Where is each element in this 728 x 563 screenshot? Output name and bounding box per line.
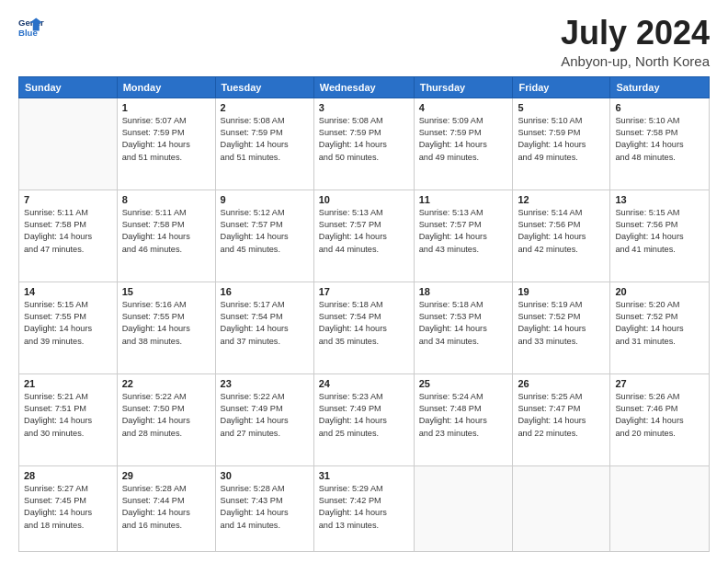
calendar-cell: 1Sunrise: 5:07 AM Sunset: 7:59 PM Daylig… (117, 98, 215, 190)
calendar-cell: 31Sunrise: 5:29 AM Sunset: 7:42 PM Dayli… (313, 465, 414, 551)
day-info: Sunrise: 5:18 AM Sunset: 7:54 PM Dayligh… (319, 299, 409, 348)
calendar-cell: 16Sunrise: 5:17 AM Sunset: 7:54 PM Dayli… (215, 282, 313, 373)
calendar-cell: 15Sunrise: 5:16 AM Sunset: 7:55 PM Dayli… (117, 282, 215, 373)
subtitle: Anbyon-up, North Korea (561, 53, 710, 69)
day-number: 1 (122, 102, 210, 113)
day-number: 22 (122, 378, 210, 389)
calendar-cell: 8Sunrise: 5:11 AM Sunset: 7:58 PM Daylig… (117, 190, 215, 282)
day-number: 14 (24, 286, 112, 297)
calendar-cell: 4Sunrise: 5:09 AM Sunset: 7:59 PM Daylig… (414, 98, 513, 190)
day-info: Sunrise: 5:29 AM Sunset: 7:42 PM Dayligh… (319, 483, 409, 532)
day-info: Sunrise: 5:18 AM Sunset: 7:53 PM Dayligh… (419, 299, 508, 348)
calendar-cell: 12Sunrise: 5:14 AM Sunset: 7:56 PM Dayli… (513, 190, 610, 282)
day-info: Sunrise: 5:22 AM Sunset: 7:49 PM Dayligh… (221, 391, 309, 440)
calendar-cell: 9Sunrise: 5:12 AM Sunset: 7:57 PM Daylig… (215, 190, 313, 282)
day-number: 11 (419, 194, 508, 205)
day-info: Sunrise: 5:07 AM Sunset: 7:59 PM Dayligh… (122, 115, 210, 164)
day-info: Sunrise: 5:21 AM Sunset: 7:51 PM Dayligh… (24, 391, 112, 440)
title-block: July 2024 Anbyon-up, North Korea (561, 15, 710, 69)
day-number: 20 (615, 286, 704, 297)
calendar-cell: 20Sunrise: 5:20 AM Sunset: 7:52 PM Dayli… (610, 282, 710, 373)
calendar-cell: 2Sunrise: 5:08 AM Sunset: 7:59 PM Daylig… (215, 98, 313, 190)
calendar-cell (610, 465, 710, 551)
calendar-cell: 28Sunrise: 5:27 AM Sunset: 7:45 PM Dayli… (19, 465, 118, 551)
day-info: Sunrise: 5:11 AM Sunset: 7:58 PM Dayligh… (122, 207, 210, 256)
day-info: Sunrise: 5:17 AM Sunset: 7:54 PM Dayligh… (221, 299, 309, 348)
day-info: Sunrise: 5:13 AM Sunset: 7:57 PM Dayligh… (319, 207, 409, 256)
calendar-cell: 27Sunrise: 5:26 AM Sunset: 7:46 PM Dayli… (610, 373, 710, 465)
day-number: 29 (122, 470, 210, 481)
day-number: 7 (24, 194, 112, 205)
calendar-cell: 3Sunrise: 5:08 AM Sunset: 7:59 PM Daylig… (313, 98, 414, 190)
week-row-4: 21Sunrise: 5:21 AM Sunset: 7:51 PM Dayli… (19, 373, 710, 465)
day-number: 25 (419, 378, 508, 389)
day-info: Sunrise: 5:14 AM Sunset: 7:56 PM Dayligh… (518, 207, 605, 256)
day-number: 12 (518, 194, 605, 205)
weekday-header-friday: Friday (513, 76, 610, 98)
day-info: Sunrise: 5:22 AM Sunset: 7:50 PM Dayligh… (122, 391, 210, 440)
weekday-header-thursday: Thursday (414, 76, 513, 98)
logo-icon: General Blue (18, 15, 44, 40)
calendar-cell: 24Sunrise: 5:23 AM Sunset: 7:49 PM Dayli… (313, 373, 414, 465)
day-number: 21 (24, 378, 112, 389)
calendar-cell: 11Sunrise: 5:13 AM Sunset: 7:57 PM Dayli… (414, 190, 513, 282)
calendar-cell (414, 465, 513, 551)
day-number: 31 (319, 470, 409, 481)
day-info: Sunrise: 5:10 AM Sunset: 7:59 PM Dayligh… (518, 115, 605, 164)
calendar-cell: 26Sunrise: 5:25 AM Sunset: 7:47 PM Dayli… (513, 373, 610, 465)
weekday-header-row: SundayMondayTuesdayWednesdayThursdayFrid… (19, 76, 710, 98)
day-number: 27 (615, 378, 704, 389)
week-row-1: 1Sunrise: 5:07 AM Sunset: 7:59 PM Daylig… (19, 98, 710, 190)
calendar-cell (513, 465, 610, 551)
day-number: 6 (615, 102, 704, 113)
day-number: 17 (319, 286, 409, 297)
header: General Blue July 2024 Anbyon-up, North … (18, 15, 710, 69)
calendar-cell: 23Sunrise: 5:22 AM Sunset: 7:49 PM Dayli… (215, 373, 313, 465)
day-number: 16 (221, 286, 309, 297)
day-number: 8 (122, 194, 210, 205)
day-number: 5 (518, 102, 605, 113)
day-number: 2 (221, 102, 309, 113)
day-info: Sunrise: 5:09 AM Sunset: 7:59 PM Dayligh… (419, 115, 508, 164)
calendar-cell: 10Sunrise: 5:13 AM Sunset: 7:57 PM Dayli… (313, 190, 414, 282)
day-info: Sunrise: 5:27 AM Sunset: 7:45 PM Dayligh… (24, 483, 112, 532)
day-number: 28 (24, 470, 112, 481)
calendar-cell: 7Sunrise: 5:11 AM Sunset: 7:58 PM Daylig… (19, 190, 118, 282)
day-number: 26 (518, 378, 605, 389)
day-number: 18 (419, 286, 508, 297)
day-number: 30 (221, 470, 309, 481)
calendar-cell: 5Sunrise: 5:10 AM Sunset: 7:59 PM Daylig… (513, 98, 610, 190)
page: General Blue July 2024 Anbyon-up, North … (0, 0, 728, 563)
day-info: Sunrise: 5:15 AM Sunset: 7:55 PM Dayligh… (24, 299, 112, 348)
weekday-header-saturday: Saturday (610, 76, 710, 98)
calendar-cell: 22Sunrise: 5:22 AM Sunset: 7:50 PM Dayli… (117, 373, 215, 465)
calendar-table: SundayMondayTuesdayWednesdayThursdayFrid… (18, 76, 710, 552)
calendar-cell: 21Sunrise: 5:21 AM Sunset: 7:51 PM Dayli… (19, 373, 118, 465)
day-info: Sunrise: 5:24 AM Sunset: 7:48 PM Dayligh… (419, 391, 508, 440)
day-info: Sunrise: 5:13 AM Sunset: 7:57 PM Dayligh… (419, 207, 508, 256)
calendar-cell: 18Sunrise: 5:18 AM Sunset: 7:53 PM Dayli… (414, 282, 513, 373)
weekday-header-wednesday: Wednesday (313, 76, 414, 98)
day-number: 24 (319, 378, 409, 389)
day-info: Sunrise: 5:26 AM Sunset: 7:46 PM Dayligh… (615, 391, 704, 440)
calendar-cell: 14Sunrise: 5:15 AM Sunset: 7:55 PM Dayli… (19, 282, 118, 373)
calendar-cell: 30Sunrise: 5:28 AM Sunset: 7:43 PM Dayli… (215, 465, 313, 551)
day-info: Sunrise: 5:15 AM Sunset: 7:56 PM Dayligh… (615, 207, 704, 256)
day-number: 15 (122, 286, 210, 297)
day-info: Sunrise: 5:08 AM Sunset: 7:59 PM Dayligh… (319, 115, 409, 164)
day-number: 23 (221, 378, 309, 389)
day-info: Sunrise: 5:16 AM Sunset: 7:55 PM Dayligh… (122, 299, 210, 348)
day-info: Sunrise: 5:12 AM Sunset: 7:57 PM Dayligh… (221, 207, 309, 256)
week-row-3: 14Sunrise: 5:15 AM Sunset: 7:55 PM Dayli… (19, 282, 710, 373)
day-info: Sunrise: 5:19 AM Sunset: 7:52 PM Dayligh… (518, 299, 605, 348)
week-row-2: 7Sunrise: 5:11 AM Sunset: 7:58 PM Daylig… (19, 190, 710, 282)
calendar-cell: 6Sunrise: 5:10 AM Sunset: 7:58 PM Daylig… (610, 98, 710, 190)
day-number: 19 (518, 286, 605, 297)
calendar-cell: 13Sunrise: 5:15 AM Sunset: 7:56 PM Dayli… (610, 190, 710, 282)
day-info: Sunrise: 5:25 AM Sunset: 7:47 PM Dayligh… (518, 391, 605, 440)
day-info: Sunrise: 5:23 AM Sunset: 7:49 PM Dayligh… (319, 391, 409, 440)
day-number: 10 (319, 194, 409, 205)
calendar-cell: 19Sunrise: 5:19 AM Sunset: 7:52 PM Dayli… (513, 282, 610, 373)
logo: General Blue (18, 15, 44, 40)
weekday-header-tuesday: Tuesday (215, 76, 313, 98)
